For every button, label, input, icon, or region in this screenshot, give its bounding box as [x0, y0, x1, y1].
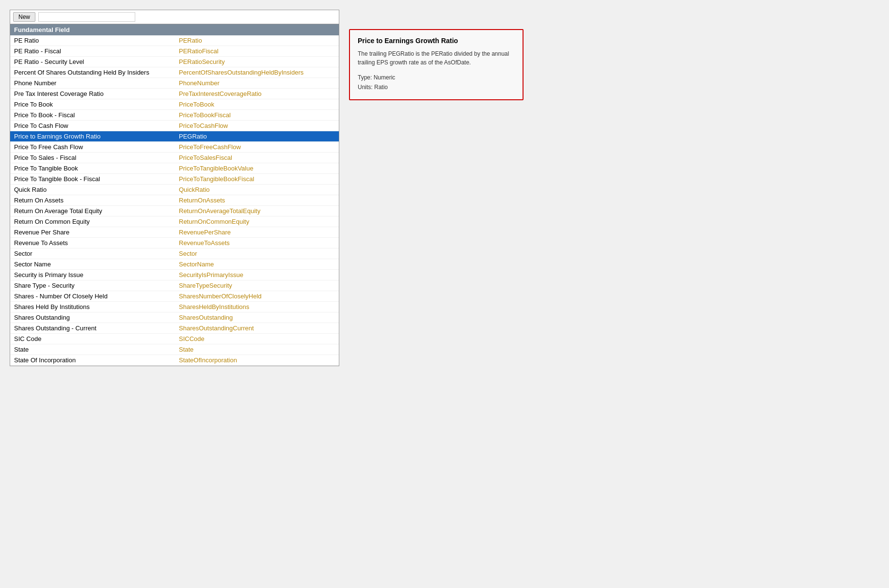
field-name: State — [14, 346, 179, 353]
table-row[interactable]: PE RatioPERatio — [10, 35, 339, 46]
field-code: ReturnOnAssets — [179, 197, 225, 204]
search-bar: New — [10, 10, 339, 24]
field-name: Price To Book — [14, 101, 179, 108]
field-code: PERatioFiscal — [179, 47, 219, 55]
field-name: SIC Code — [14, 335, 179, 342]
field-name: Percent Of Shares Outstanding Held By In… — [14, 69, 179, 76]
field-name: Price To Book - Fiscal — [14, 111, 179, 119]
table-body: PE RatioPERatioPE Ratio - FiscalPERatioF… — [10, 35, 339, 366]
field-name: Quick Ratio — [14, 186, 179, 193]
table-row[interactable]: Shares - Number Of Closely HeldSharesNum… — [10, 291, 339, 302]
field-code: ShareTypeSecurity — [179, 282, 232, 289]
table-row[interactable]: Return On Common EquityReturnOnCommonEqu… — [10, 217, 339, 227]
table-row[interactable]: State Of IncorporationStateOfIncorporati… — [10, 355, 339, 366]
field-name: Revenue To Assets — [14, 239, 179, 247]
field-name: Price To Tangible Book — [14, 165, 179, 172]
field-name: Return On Common Equity — [14, 218, 179, 225]
table-row[interactable]: Price To Tangible Book - FiscalPriceToTa… — [10, 174, 339, 185]
table-row[interactable]: Price To Book - FiscalPriceToBookFiscal — [10, 110, 339, 121]
detail-description: The trailing PEGRatio is the PERatio div… — [358, 49, 515, 67]
table-row[interactable]: Percent Of Shares Outstanding Held By In… — [10, 67, 339, 78]
field-name: Shares Outstanding — [14, 314, 179, 321]
table-row[interactable]: Quick RatioQuickRatio — [10, 185, 339, 195]
field-name: Return On Assets — [14, 197, 179, 204]
detail-title: Price to Earnings Growth Ratio — [358, 37, 515, 45]
field-name: Security is Primary Issue — [14, 271, 179, 279]
field-code: PriceToTangibleBookValue — [179, 165, 254, 172]
table-row[interactable]: Revenue Per ShareRevenuePerShare — [10, 227, 339, 238]
field-code: PriceToTangibleBookFiscal — [179, 175, 254, 183]
field-code: State — [179, 346, 193, 353]
field-code: StateOfIncorporation — [179, 356, 237, 364]
field-name: PE Ratio - Fiscal — [14, 47, 179, 55]
field-code: RevenuePerShare — [179, 229, 231, 236]
search-input[interactable] — [38, 12, 135, 22]
field-name: Revenue Per Share — [14, 229, 179, 236]
table-row[interactable]: Return On Average Total EquityReturnOnAv… — [10, 206, 339, 217]
field-code: PercentOfSharesOutstandingHeldByInsiders — [179, 69, 303, 76]
new-button[interactable]: New — [13, 12, 35, 22]
table-row[interactable]: SIC CodeSICCode — [10, 334, 339, 344]
field-code: PhoneNumber — [179, 79, 220, 87]
field-code: RevenueToAssets — [179, 239, 230, 247]
detail-card: Price to Earnings Growth Ratio The trail… — [349, 29, 524, 100]
field-code: SectorName — [179, 261, 214, 268]
field-code: PriceToBook — [179, 101, 214, 108]
detail-meta: Type: Numeric Units: Ratio — [358, 73, 515, 93]
table-row[interactable]: Shares Outstanding - CurrentSharesOutsta… — [10, 323, 339, 334]
field-name: Sector Name — [14, 261, 179, 268]
table-row[interactable]: Price To BookPriceToBook — [10, 99, 339, 110]
left-panel: New Fundamental Field PE RatioPERatioPE … — [10, 10, 339, 366]
field-code: PERatio — [179, 37, 202, 44]
table-row[interactable]: PE Ratio - FiscalPERatioFiscal — [10, 46, 339, 57]
table-row[interactable]: PE Ratio - Security LevelPERatioSecurity — [10, 57, 339, 67]
field-code: PriceToBookFiscal — [179, 111, 231, 119]
table-row[interactable]: SectorSector — [10, 248, 339, 259]
field-code: PreTaxInterestCoverageRatio — [179, 90, 262, 97]
table-row[interactable]: Sector NameSectorName — [10, 259, 339, 270]
field-code: PERatioSecurity — [179, 58, 225, 65]
field-code: Sector — [179, 250, 197, 257]
table-row[interactable]: Pre Tax Interest Coverage RatioPreTaxInt… — [10, 89, 339, 99]
field-name: Shares Held By Institutions — [14, 303, 179, 310]
field-name: Price To Sales - Fiscal — [14, 154, 179, 161]
detail-units: Units: Ratio — [358, 82, 515, 92]
field-code: ReturnOnAverageTotalEquity — [179, 207, 260, 215]
table-row[interactable]: Price To Cash FlowPriceToCashFlow — [10, 121, 339, 131]
table-header: Fundamental Field — [10, 24, 339, 35]
table-row[interactable]: Price To Sales - FiscalPriceToSalesFisca… — [10, 153, 339, 163]
table-row[interactable]: Phone NumberPhoneNumber — [10, 78, 339, 89]
field-name: Pre Tax Interest Coverage Ratio — [14, 90, 179, 97]
field-name: State Of Incorporation — [14, 356, 179, 364]
field-name: Price To Cash Flow — [14, 122, 179, 129]
field-name: PE Ratio — [14, 37, 179, 44]
field-code: SharesNumberOfCloselyHeld — [179, 293, 262, 300]
field-code: SecurityIsPrimaryIssue — [179, 271, 243, 279]
table-row[interactable]: Revenue To AssetsRevenueToAssets — [10, 238, 339, 248]
field-name: Shares - Number Of Closely Held — [14, 293, 179, 300]
table-row[interactable]: Share Type - SecurityShareTypeSecurity — [10, 280, 339, 291]
table-row[interactable]: Price To Tangible BookPriceToTangibleBoo… — [10, 163, 339, 174]
table-row[interactable]: Price to Earnings Growth RatioPEGRatio — [10, 131, 339, 142]
field-code: PriceToSalesFiscal — [179, 154, 232, 161]
table-row[interactable]: Shares OutstandingSharesOutstanding — [10, 312, 339, 323]
field-code: PriceToFreeCashFlow — [179, 143, 241, 151]
field-code: SharesOutstanding — [179, 314, 233, 321]
field-name: Return On Average Total Equity — [14, 207, 179, 215]
table-row[interactable]: StateState — [10, 344, 339, 355]
field-name: PE Ratio - Security Level — [14, 58, 179, 65]
field-name: Shares Outstanding - Current — [14, 325, 179, 332]
table-row[interactable]: Return On AssetsReturnOnAssets — [10, 195, 339, 206]
field-name: Share Type - Security — [14, 282, 179, 289]
field-name: Price To Tangible Book - Fiscal — [14, 175, 179, 183]
field-code: SharesHeldByInstitutions — [179, 303, 249, 310]
field-code: PriceToCashFlow — [179, 122, 228, 129]
detail-type: Type: Numeric — [358, 73, 515, 82]
table-row[interactable]: Price To Free Cash FlowPriceToFreeCashFl… — [10, 142, 339, 153]
table-row[interactable]: Shares Held By InstitutionsSharesHeldByI… — [10, 302, 339, 312]
field-name: Price To Free Cash Flow — [14, 143, 179, 151]
field-code: QuickRatio — [179, 186, 210, 193]
field-name: Sector — [14, 250, 179, 257]
right-panel: Price to Earnings Growth Ratio The trail… — [349, 10, 524, 366]
table-row[interactable]: Security is Primary IssueSecurityIsPrima… — [10, 270, 339, 280]
